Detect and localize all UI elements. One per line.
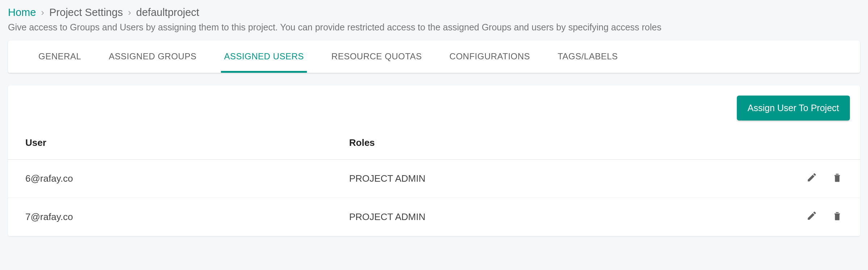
cell-roles: PROJECT ADMIN bbox=[332, 198, 741, 236]
column-header-roles: Roles bbox=[332, 131, 741, 160]
action-bar: Assign User To Project bbox=[8, 96, 860, 131]
delete-icon[interactable] bbox=[832, 172, 843, 183]
breadcrumb: Home › Project Settings › defaultproject bbox=[0, 7, 868, 22]
tabs-container: GENERAL ASSIGNED GROUPS ASSIGNED USERS R… bbox=[8, 41, 860, 73]
column-header-user: User bbox=[8, 131, 332, 160]
cell-user: 6@rafay.co bbox=[8, 160, 332, 198]
page-description: Give access to Groups and Users by assig… bbox=[0, 22, 868, 41]
table-row: 7@rafay.co PROJECT ADMIN bbox=[8, 198, 860, 236]
column-header-actions bbox=[741, 131, 860, 160]
tab-bar: GENERAL ASSIGNED GROUPS ASSIGNED USERS R… bbox=[8, 41, 860, 73]
tab-general[interactable]: GENERAL bbox=[36, 41, 84, 73]
tab-tags-labels[interactable]: TAGS/LABELS bbox=[555, 41, 621, 73]
tab-assigned-users[interactable]: ASSIGNED USERS bbox=[221, 41, 306, 73]
cell-roles: PROJECT ADMIN bbox=[332, 160, 741, 198]
users-table: User Roles 6@rafay.co PROJECT ADMIN bbox=[8, 131, 860, 236]
assigned-users-panel: Assign User To Project User Roles 6@rafa… bbox=[8, 85, 860, 236]
breadcrumb-home-link[interactable]: Home bbox=[8, 7, 36, 18]
tab-assigned-groups[interactable]: ASSIGNED GROUPS bbox=[106, 41, 199, 73]
tab-resource-quotas[interactable]: RESOURCE QUOTAS bbox=[329, 41, 425, 73]
assign-user-button[interactable]: Assign User To Project bbox=[737, 96, 850, 121]
tab-configurations[interactable]: CONFIGURATIONS bbox=[447, 41, 533, 73]
delete-icon[interactable] bbox=[832, 210, 843, 221]
cell-user: 7@rafay.co bbox=[8, 198, 332, 236]
edit-icon[interactable] bbox=[806, 210, 817, 221]
breadcrumb-current: defaultproject bbox=[136, 7, 199, 18]
row-actions bbox=[806, 210, 843, 221]
chevron-right-icon: › bbox=[41, 7, 44, 18]
chevron-right-icon: › bbox=[128, 7, 131, 18]
edit-icon[interactable] bbox=[806, 172, 817, 183]
row-actions bbox=[806, 172, 843, 183]
table-row: 6@rafay.co PROJECT ADMIN bbox=[8, 160, 860, 198]
breadcrumb-section[interactable]: Project Settings bbox=[49, 7, 123, 18]
